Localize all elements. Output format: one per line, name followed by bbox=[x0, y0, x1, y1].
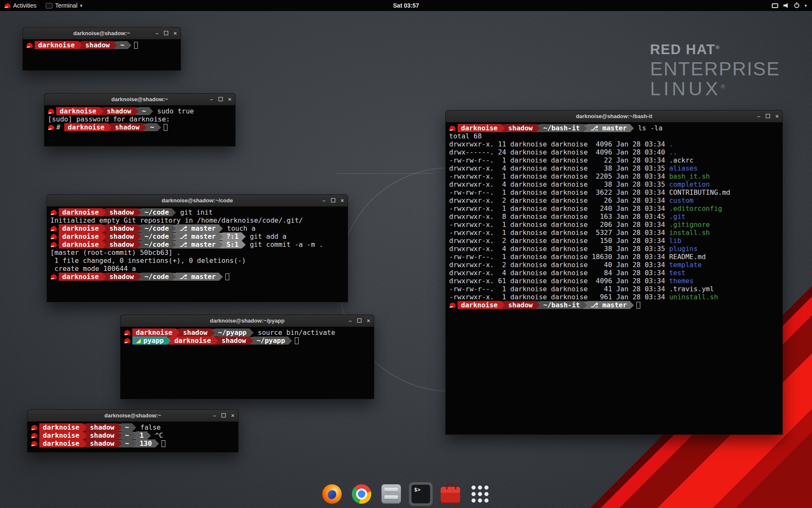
terminal-line: drwxrwxr-x. 4 darknoise darknoise 38 Jan… bbox=[449, 164, 779, 172]
terminal-line: -rw-rw-r--. 1 darknoise darknoise 41 Jan… bbox=[449, 285, 779, 293]
segment-separator bbox=[172, 273, 176, 281]
prompt-segment-gitstat: S:1 bbox=[223, 240, 242, 248]
segment-separator bbox=[211, 329, 215, 337]
segment-separator bbox=[214, 337, 218, 345]
close-button[interactable]: × bbox=[340, 198, 344, 203]
terminal-line: -rwxrwxr-x. 1 darknoise darknoise 240 Ja… bbox=[449, 204, 779, 213]
window-controls: –☐× bbox=[213, 410, 234, 421]
prompt-segment-venv: pyapp bbox=[132, 337, 167, 345]
terminal-cursor bbox=[164, 124, 167, 131]
terminal-content[interactable]: darknoiseshadow~/bash-it⎇ master ls -lat… bbox=[446, 122, 782, 311]
window-controls: –☐× bbox=[757, 110, 779, 122]
segment-separator bbox=[536, 124, 540, 132]
prompt-segment-path: ~ bbox=[122, 431, 133, 439]
dock-item-terminal[interactable]: $> bbox=[409, 482, 433, 506]
segment-separator bbox=[250, 337, 253, 345]
close-button[interactable]: × bbox=[173, 30, 177, 36]
redhat-prompt-icon bbox=[124, 330, 130, 335]
app-menu-label: Terminal bbox=[55, 2, 77, 9]
window-titlebar[interactable]: darknoise@shadow:~–☐× bbox=[23, 28, 181, 39]
prompt-segment-path: ~/code bbox=[141, 208, 173, 216]
firefox-icon bbox=[322, 484, 342, 504]
terminal-cursor bbox=[134, 42, 138, 49]
segment-separator bbox=[172, 209, 176, 216]
terminal-text: test bbox=[669, 269, 686, 277]
close-button[interactable]: × bbox=[775, 113, 779, 119]
maximize-button[interactable]: ☐ bbox=[765, 113, 771, 119]
system-status-area[interactable]: ▾ bbox=[772, 0, 812, 11]
prompt-segment-git: ⎇ master bbox=[587, 124, 630, 132]
minimize-button[interactable]: – bbox=[349, 318, 352, 323]
prompt-segment-user: darknoise bbox=[39, 431, 83, 439]
terminal-text: -rw-rw-r--. 1 darknoise darknoise 18630 … bbox=[449, 253, 706, 261]
terminal-window: darknoise@shadow:~/pyapp–☐×darknoiseshad… bbox=[120, 315, 374, 399]
chevron-down-icon: ▾ bbox=[804, 3, 807, 8]
terminal-text: -rwxrwxr-x. 1 darknoise darknoise 240 Ja… bbox=[449, 204, 669, 213]
terminal-line: darknoiseshadow~/code⎇ master bbox=[50, 273, 344, 281]
dock-item-files[interactable] bbox=[379, 482, 403, 506]
prompt-segment-path: ~ bbox=[147, 123, 158, 131]
prompt-segment-host: shadow bbox=[82, 41, 113, 49]
close-button[interactable]: × bbox=[367, 318, 370, 323]
terminal-text: . bbox=[669, 140, 673, 148]
close-button[interactable]: × bbox=[231, 413, 234, 418]
prompt-segment-host: shadow bbox=[106, 224, 137, 232]
prompt-segment-path: ~/pyapp bbox=[253, 337, 288, 345]
prompt-segment-path: ~/pyapp bbox=[215, 329, 250, 337]
app-menu-terminal[interactable]: Terminal ▾ bbox=[41, 0, 87, 11]
terminal-line: drwxrwxr-x. 4 darknoise darknoise 38 Jan… bbox=[449, 245, 779, 253]
rhel-wordmark-line3: LINUX® bbox=[650, 79, 780, 99]
minimize-button[interactable]: – bbox=[156, 30, 159, 36]
terminal-window: darknoise@shadow:~–☐×darknoiseshadow~ fa… bbox=[27, 409, 239, 453]
terminal-text: bash_it.sh bbox=[669, 172, 710, 180]
maximize-button[interactable]: ☐ bbox=[221, 413, 226, 418]
window-titlebar[interactable]: darknoise@shadow:~–☐× bbox=[44, 94, 235, 105]
terminal-cursor bbox=[636, 302, 640, 309]
python-icon bbox=[136, 338, 141, 343]
window-titlebar[interactable]: darknoise@shadow:~/bash-it–☐× bbox=[446, 110, 782, 122]
dock-item-appgrid[interactable] bbox=[468, 482, 492, 506]
volume-icon bbox=[783, 3, 789, 8]
terminal-content[interactable]: darknoiseshadow~/code git initInitialize… bbox=[47, 207, 348, 282]
minimize-button[interactable]: – bbox=[210, 97, 213, 102]
chevron-down-icon: ▾ bbox=[80, 3, 82, 8]
segment-separator bbox=[242, 241, 246, 248]
redhat-prompt-icon bbox=[51, 210, 57, 215]
terminal-text: drwx------. 24 darknoise darknoise 4096 … bbox=[449, 148, 669, 156]
terminal-content[interactable]: darknoiseshadow~/pyapp source bin/activa… bbox=[121, 327, 374, 346]
redhat-icon bbox=[5, 3, 11, 8]
window-titlebar[interactable]: darknoise@shadow:~/code–☐× bbox=[47, 195, 348, 207]
close-button[interactable]: × bbox=[228, 97, 231, 102]
terminal-content[interactable]: darknoiseshadow~ sudo true[sudo] passwor… bbox=[44, 105, 235, 133]
terminal-content[interactable]: darknoiseshadow~ bbox=[23, 39, 181, 51]
prompt-segment-host: shadow bbox=[505, 301, 536, 309]
minimize-button[interactable]: – bbox=[323, 198, 326, 203]
minimize-button[interactable]: – bbox=[757, 113, 760, 119]
dock-item-toolbox[interactable] bbox=[439, 482, 462, 506]
dock-item-chrome[interactable] bbox=[350, 482, 373, 506]
minimize-button[interactable]: – bbox=[213, 413, 216, 418]
redhat-prompt-icon bbox=[51, 274, 57, 279]
prompt-segment-host: shadow bbox=[106, 273, 137, 281]
maximize-button[interactable]: ☐ bbox=[164, 30, 169, 36]
window-titlebar[interactable]: darknoise@shadow:~/pyapp–☐× bbox=[121, 315, 374, 327]
terminal-text: ls -la bbox=[634, 124, 662, 132]
terminal-content[interactable]: darknoiseshadow~ falsedarknoiseshadow~1 … bbox=[27, 422, 238, 449]
terminal-text: drwxrwxr-x. 8 darknoise darknoise 163 Ja… bbox=[449, 213, 669, 221]
maximize-button[interactable]: ☐ bbox=[357, 318, 362, 323]
prompt-segment-host: shadow bbox=[87, 439, 118, 447]
window-titlebar[interactable]: darknoise@shadow:~–☐× bbox=[27, 410, 238, 422]
prompt-segment-user: darknoise bbox=[35, 41, 78, 49]
activities-button[interactable]: Activities bbox=[0, 0, 41, 11]
clock[interactable]: Sat 03:57 bbox=[389, 0, 423, 11]
terminal-line: -rwxrwxr-x. 1 darknoise darknoise 2205 J… bbox=[449, 172, 779, 180]
prompt-segment-host: shadow bbox=[106, 232, 137, 240]
prompt-segment-user: darknoise bbox=[59, 208, 102, 216]
maximize-button[interactable]: ☐ bbox=[331, 198, 336, 203]
window-controls: –☐× bbox=[156, 28, 177, 39]
dock-item-firefox[interactable] bbox=[320, 482, 344, 506]
terminal-text: 1 file changed, 0 insertions(+), 0 delet… bbox=[50, 257, 246, 265]
terminal-line: darknoiseshadow~ bbox=[26, 41, 177, 49]
terminal-line: darknoiseshadow~/code git init bbox=[50, 208, 344, 216]
maximize-button[interactable]: ☐ bbox=[218, 97, 223, 102]
